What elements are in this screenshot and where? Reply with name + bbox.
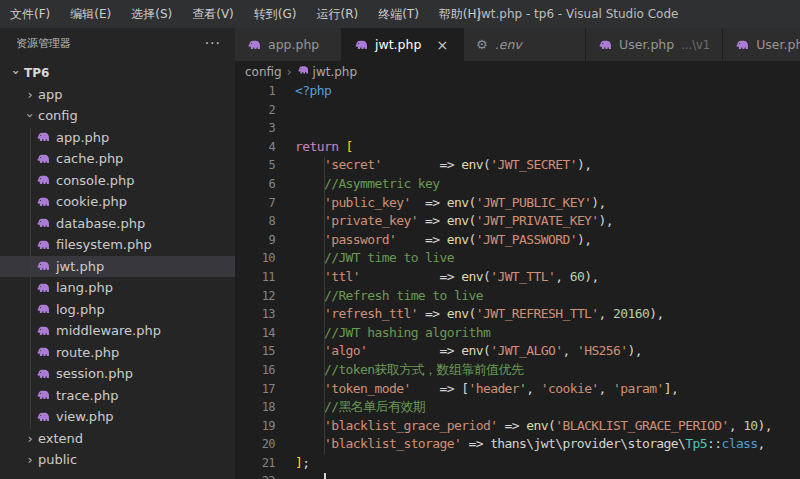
tree-item-session-php[interactable]: session.php <box>0 363 235 385</box>
tree-item-label: TP6 <box>24 66 49 80</box>
tab-jwt-php[interactable]: jwt.php× <box>342 28 464 61</box>
line-number: 14 <box>235 324 275 343</box>
code-line[interactable]: 4return [ <box>235 138 800 157</box>
php-icon <box>36 388 50 402</box>
editor-indent-guide <box>324 157 325 454</box>
code-line[interactable]: 1<?php <box>235 82 800 101</box>
tree-item-route-php[interactable]: route.php <box>0 342 235 364</box>
breadcrumb-folder[interactable]: config <box>245 65 282 79</box>
code-line[interactable]: 2 <box>235 101 800 120</box>
tree-item-label: jwt.php <box>56 259 104 274</box>
code-text <box>275 119 295 138</box>
tree-item-label: trace.php <box>56 388 118 403</box>
tab-user-php[interactable]: User.php <box>723 28 800 61</box>
tree-item-public[interactable]: ›public <box>0 449 235 471</box>
tab-env[interactable]: ⚙.env <box>464 28 586 61</box>
chevron-right-icon: › <box>22 452 38 467</box>
line-number: 2 <box>235 101 275 120</box>
code-line[interactable]: 14 //JWT hashing algorithm <box>235 324 800 343</box>
line-number: 8 <box>235 212 275 231</box>
menu-item[interactable]: 转到(G) <box>244 0 307 28</box>
tree-item-extend[interactable]: ›extend <box>0 428 235 450</box>
line-number: 5 <box>235 156 275 175</box>
code-line[interactable]: 13 'refresh_ttl' => env('JWT_REFRESH_TTL… <box>235 305 800 324</box>
menu-item[interactable]: 终端(T) <box>368 0 429 28</box>
menu-item[interactable]: 选择(S) <box>121 0 182 28</box>
chevron-right-icon: › <box>22 87 38 102</box>
tree-item-console-php[interactable]: console.php <box>0 170 235 192</box>
code-line[interactable]: 8 'private_key' => env('JWT_PRIVATE_KEY'… <box>235 212 800 231</box>
chevron-right-icon: › <box>22 474 38 479</box>
tree-item-database-php[interactable]: database.php <box>0 213 235 235</box>
tree-item-partial[interactable]: › <box>0 471 235 479</box>
tree-item-filesystem-php[interactable]: filesystem.php <box>0 234 235 256</box>
php-icon <box>354 38 368 52</box>
tree-item-label: cache.php <box>56 151 123 166</box>
php-icon <box>36 367 50 381</box>
code-line[interactable]: 19 'blacklist_grace_period' => env('BLAC… <box>235 417 800 436</box>
tree-item-config[interactable]: ›config <box>0 105 235 127</box>
chevron-down-icon: › <box>9 65 24 81</box>
text-cursor <box>324 473 326 479</box>
tree-item-cache-php[interactable]: cache.php <box>0 148 235 170</box>
tree-item-label: extend <box>38 431 83 446</box>
chevron-right-icon: › <box>22 431 38 446</box>
php-icon <box>36 345 50 359</box>
tree-item-label: public <box>38 452 77 467</box>
tree-item-label: session.php <box>56 366 133 381</box>
tab-user-php[interactable]: User.php...\v1 <box>586 28 723 61</box>
tab-app-php[interactable]: app.php <box>235 28 342 61</box>
tree-item-label: middleware.php <box>56 323 161 338</box>
code-line[interactable]: 15 'algo' => env('JWT_ALGO', 'HS256'), <box>235 342 800 361</box>
code-line[interactable]: 22 <box>235 472 800 479</box>
tree-item-label: lang.php <box>56 280 113 295</box>
line-number: 16 <box>235 361 275 380</box>
code-line[interactable]: 11 'ttl' => env('JWT_TTL', 60), <box>235 268 800 287</box>
menu-item[interactable]: 编辑(E) <box>60 0 121 28</box>
tree-item-trace-php[interactable]: trace.php <box>0 385 235 407</box>
tree-item-cookie-php[interactable]: cookie.php <box>0 191 235 213</box>
php-icon <box>247 38 261 52</box>
php-icon <box>36 281 50 295</box>
code-line[interactable]: 12 //Refresh time to live <box>235 287 800 306</box>
code-line[interactable]: 17 'token_mode' => ['header', 'cookie', … <box>235 380 800 399</box>
code-line[interactable]: 16 //token获取方式，数组靠前值优先 <box>235 361 800 380</box>
tree-item-label: cookie.php <box>56 194 127 209</box>
code-line[interactable]: 18 //黑名单后有效期 <box>235 398 800 417</box>
menu-item[interactable]: 查看(V) <box>182 0 244 28</box>
code-line[interactable]: 9 'password' => env('JWT_PASSWORD'), <box>235 231 800 250</box>
code-text: //token获取方式，数组靠前值优先 <box>275 361 523 380</box>
code-line[interactable]: 6 //Asymmetric key <box>235 175 800 194</box>
php-icon <box>735 38 749 52</box>
tree-item-lang-php[interactable]: lang.php <box>0 277 235 299</box>
code-line[interactable]: 21]; <box>235 454 800 473</box>
code-text: 'refresh_ttl' => env('JWT_REFRESH_TTL', … <box>275 305 664 324</box>
code-line[interactable]: 20 'blacklist_storage' => thans\jwt\prov… <box>235 435 800 454</box>
breadcrumb-file[interactable]: jwt.php <box>313 65 358 79</box>
tree-item-log-php[interactable]: log.php <box>0 299 235 321</box>
code-text: <?php <box>275 82 331 101</box>
code-line[interactable]: 5 'secret' => env('JWT_SECRET'), <box>235 156 800 175</box>
tree-item-label: app.php <box>56 130 109 145</box>
code-line[interactable]: 3 <box>235 119 800 138</box>
tree-item-label: app <box>38 87 62 102</box>
close-icon[interactable]: × <box>433 37 451 53</box>
tree-item-view-php[interactable]: view.php <box>0 406 235 428</box>
code-line[interactable]: 10 //JWT time to live <box>235 249 800 268</box>
more-actions-icon[interactable]: ··· <box>205 35 221 51</box>
line-number: 9 <box>235 231 275 250</box>
line-number: 22 <box>235 472 275 479</box>
line-number: 3 <box>235 119 275 138</box>
code-text <box>275 472 295 479</box>
explorer-sidebar: 资源管理器 ··· ›TP6›app›configapp.phpcache.ph… <box>0 28 235 479</box>
code-line[interactable]: 7 'public_key' => env('JWT_PUBLIC_KEY'), <box>235 194 800 213</box>
tree-item-jwt-php[interactable]: jwt.php <box>0 256 235 278</box>
menu-item[interactable]: 运行(R) <box>306 0 368 28</box>
menu-item[interactable]: 文件(F) <box>0 0 60 28</box>
php-icon <box>36 238 50 252</box>
tree-item-app-php[interactable]: app.php <box>0 127 235 149</box>
tree-item-tp6[interactable]: ›TP6 <box>0 62 235 84</box>
tree-item-middleware-php[interactable]: middleware.php <box>0 320 235 342</box>
code-editor[interactable]: 1<?php234return [5 'secret' => env('JWT_… <box>235 82 800 479</box>
tree-item-app[interactable]: ›app <box>0 84 235 106</box>
